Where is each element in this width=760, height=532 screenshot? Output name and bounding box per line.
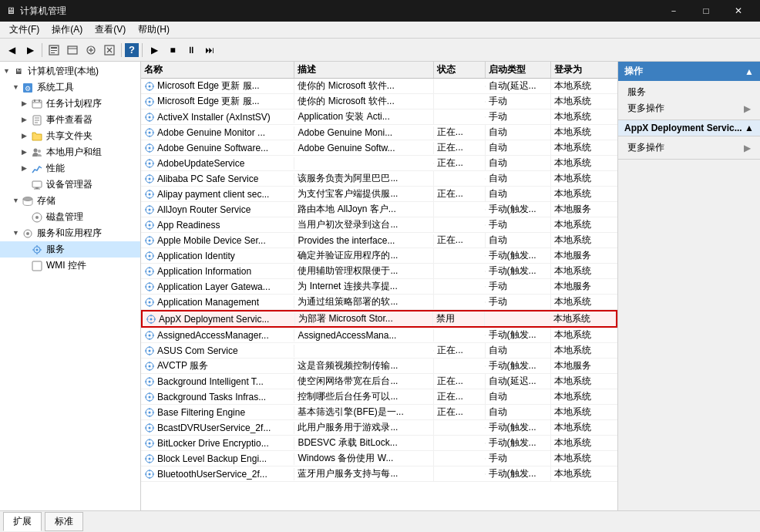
svg-point-118 [149,285,151,288]
cell-login: 本地服务 [551,202,617,217]
table-row[interactable]: Adobe Genuine Monitor ... Adobe Genuine … [141,125,617,140]
sidebar-item-services[interactable]: 服务 [0,241,140,258]
table-row[interactable]: AVCTP 服务 这是音频视频控制传输... 手动(触发... 本地服务 [141,359,617,374]
table-row[interactable]: Apple Mobile Device Ser... Provides the … [141,233,617,248]
svg-point-184 [149,457,151,460]
status-tab-expand[interactable]: 扩展 [3,512,42,531]
cell-login: 本地系统 [551,420,617,435]
table-row[interactable]: Adobe Genuine Software... Adobe Genuine … [141,140,617,156]
table-row[interactable]: BcastDVRUserService_2f... 此用户服务用于游戏录... … [141,420,617,436]
svg-point-70 [149,162,151,164]
right-panel-action-services[interactable]: 服务 [624,84,754,100]
sidebar-item-storage[interactable]: ▼ 存储 [0,193,140,209]
service-icon [146,314,156,325]
cell-status: 禁用 [433,311,484,326]
expand-icon: ▼ [12,197,20,206]
toolbar-separator-3 [142,43,143,57]
cell-start: 手动(触发... [486,436,552,450]
menu-file[interactable]: 文件(F) [3,22,45,38]
right-panel-action-more2[interactable]: 更多操作 ▶ [624,140,754,156]
cell-login: 本地系统 [551,171,617,186]
table-row[interactable]: Block Level Backup Engi... Windows 备份使用 … [141,451,617,466]
cell-status [434,427,486,429]
table-row[interactable]: App Readiness 当用户初次登录到这台... 手动 本地系统 [141,217,617,233]
table-row[interactable]: AssignedAccessManager... AssignedAccessM… [141,328,617,343]
table-row[interactable]: Alibaba PC Safe Service 该服务负责为阿里巴巴... 自动… [141,171,617,187]
sidebar-item-local-users[interactable]: ▶ 本地用户和组 [0,144,140,160]
col-start-header[interactable]: 启动类型 [486,62,552,78]
menu-view[interactable]: 查看(V) [89,22,132,38]
table-row[interactable]: Microsoft Edge 更新 服... 使你的 Microsoft 软件.… [141,94,617,109]
toolbar-btn-pause[interactable]: ⏸ [183,42,200,59]
sidebar-item-system-tools[interactable]: ▼ ⚙ 系统工具 [0,79,140,96]
toolbar-btn-restart[interactable]: ⏭ [201,42,218,59]
right-panel-action-more1[interactable]: 更多操作 ▶ [624,100,754,116]
status-tab-standard[interactable]: 标准 [45,512,83,531]
svg-rect-17 [39,99,40,102]
sidebar-item-services-apps[interactable]: ▼ 服务和应用程序 [0,225,140,241]
sidebar-item-label: 系统工具 [37,81,74,94]
toolbar-btn-stop[interactable]: ■ [164,42,181,59]
menu-action[interactable]: 操作(A) [45,22,89,38]
title-bar: 🖥 计算机管理 － □ ✕ [0,0,760,22]
sidebar-item-event-viewer[interactable]: ▶ 事件查看器 [0,112,140,128]
service-icon [144,469,155,480]
cell-start: 自动 [486,171,552,186]
cell-status [434,286,486,288]
col-name-header[interactable]: 名称 [141,62,294,78]
col-status-header[interactable]: 状态 [434,62,486,78]
sidebar-item-task-scheduler[interactable]: ▶ 任务计划程序 [0,96,140,112]
table-row[interactable]: BluetoothUserService_2f... 蓝牙用户服务支持与每...… [141,466,617,482]
table-row[interactable]: Microsoft Edge 更新 服... 使你的 Microsoft 软件.… [141,79,617,94]
maximize-button[interactable]: □ [691,0,721,22]
svg-point-22 [34,148,38,152]
table-row[interactable]: AllJoyn Router Service 路由本地 AllJoyn 客户..… [141,202,617,217]
service-icon [144,143,155,153]
svg-rect-4 [68,46,77,54]
table-row[interactable]: BitLocker Drive Encryptio... BDESVC 承载 B… [141,436,617,451]
table-row[interactable]: AdobeUpdateService 正在... 自动 本地系统 [141,156,617,171]
table-row[interactable]: ActiveX Installer (AxInstSV) Application… [141,109,617,125]
toolbar-forward-button[interactable]: ▶ [22,42,39,59]
table-row[interactable]: Background Tasks Infras... 控制哪些后台任务可以...… [141,389,617,405]
col-login-header[interactable]: 登录为 [551,62,617,78]
sidebar-item-device-manager[interactable]: 设备管理器 [0,177,140,193]
task-scheduler-icon [31,98,43,110]
cell-name: AllJoyn Router Service [141,204,294,216]
disk-management-icon [31,211,43,224]
cell-name: ActiveX Installer (AxInstSV) [141,111,294,123]
table-row[interactable]: Alipay payment client sec... 为支付宝客户端提供服.… [141,187,617,202]
cell-name: Adobe Genuine Software... [141,142,294,154]
cell-status [434,365,486,367]
toolbar-btn-2[interactable] [64,42,81,59]
menu-help[interactable]: 帮助(H) [132,22,176,38]
table-row[interactable]: Background Intelligent T... 使空闲网络带宽在后台..… [141,374,617,389]
table-row[interactable]: Application Identity 确定并验证应用程序的... 手动(触发… [141,248,617,264]
sidebar-item-computer[interactable]: ▼ 🖥 计算机管理(本地) [0,63,140,79]
cell-name: Microsoft Edge 更新 服... [141,79,294,93]
sidebar-item-disk-management[interactable]: 磁盘管理 [0,209,140,225]
svg-point-112 [149,270,151,272]
table-row[interactable]: ASUS Com Service 正在... 自动 本地系统 [141,343,617,359]
table-row[interactable]: Application Layer Gatewa... 为 Internet 连… [141,279,617,295]
table-row[interactable]: AppX Deployment Servic... 为部署 Microsoft … [141,310,617,328]
toolbar-btn-1[interactable] [45,42,62,59]
toolbar-btn-3[interactable] [82,42,99,59]
table-row[interactable]: Base Filtering Engine 基本筛选引擎(BFE)是一... 正… [141,405,617,420]
table-row[interactable]: Application Information 使用辅助管理权限便于... 手动… [141,264,617,279]
sidebar-item-shared-folders[interactable]: ▶ 共享文件夹 [0,128,140,144]
close-button[interactable]: ✕ [723,0,754,22]
table-row[interactable]: Application Management 为通过组策略部署的软... 手动 … [141,295,617,310]
cell-name: Microsoft Edge 更新 服... [141,94,294,109]
cell-start: 自动 [486,156,552,170]
toolbar-btn-help[interactable]: ? [125,43,139,57]
service-name-text: Application Layer Gatewa... [157,281,271,292]
sidebar-item-wmi[interactable]: WMI 控件 [0,258,140,274]
minimize-button[interactable]: － [658,0,689,22]
sidebar-item-performance[interactable]: ▶ 性能 [0,160,140,177]
toolbar-btn-4[interactable] [101,42,118,59]
col-desc-header[interactable]: 描述 [294,62,433,78]
toolbar-btn-play[interactable]: ▶ [146,42,163,59]
toolbar-back-button[interactable]: ◀ [3,42,20,59]
service-icon [144,96,155,107]
